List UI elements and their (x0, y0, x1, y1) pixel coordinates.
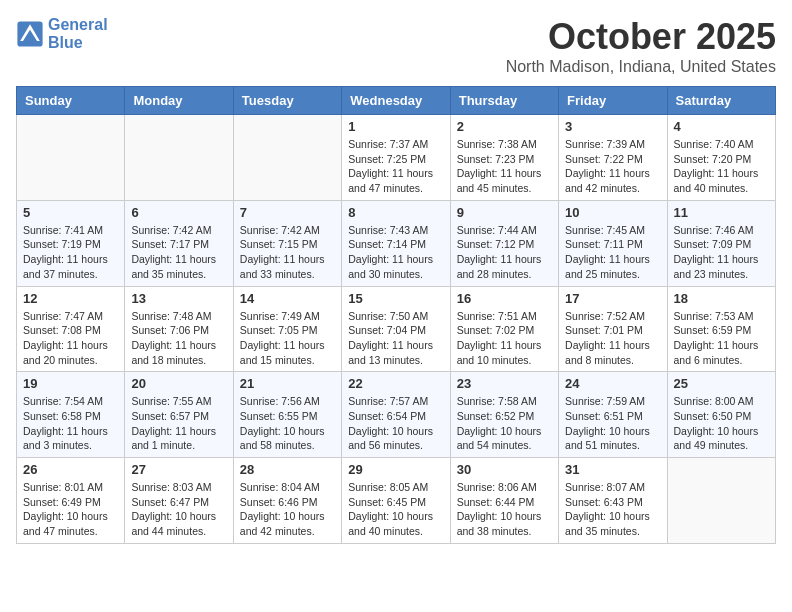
day-info: Sunrise: 7:40 AM Sunset: 7:20 PM Dayligh… (674, 137, 769, 196)
column-header-monday: Monday (125, 87, 233, 115)
day-cell: 2Sunrise: 7:38 AM Sunset: 7:23 PM Daylig… (450, 115, 558, 201)
day-cell (17, 115, 125, 201)
logo: General Blue (16, 16, 108, 52)
day-info: Sunrise: 7:51 AM Sunset: 7:02 PM Dayligh… (457, 309, 552, 368)
day-cell: 1Sunrise: 7:37 AM Sunset: 7:25 PM Daylig… (342, 115, 450, 201)
week-row-3: 12Sunrise: 7:47 AM Sunset: 7:08 PM Dayli… (17, 286, 776, 372)
day-number: 17 (565, 291, 660, 306)
day-number: 15 (348, 291, 443, 306)
day-number: 8 (348, 205, 443, 220)
day-number: 13 (131, 291, 226, 306)
day-number: 22 (348, 376, 443, 391)
day-info: Sunrise: 8:03 AM Sunset: 6:47 PM Dayligh… (131, 480, 226, 539)
week-row-1: 1Sunrise: 7:37 AM Sunset: 7:25 PM Daylig… (17, 115, 776, 201)
day-cell: 24Sunrise: 7:59 AM Sunset: 6:51 PM Dayli… (559, 372, 667, 458)
day-cell: 20Sunrise: 7:55 AM Sunset: 6:57 PM Dayli… (125, 372, 233, 458)
day-number: 2 (457, 119, 552, 134)
day-number: 4 (674, 119, 769, 134)
day-info: Sunrise: 7:48 AM Sunset: 7:06 PM Dayligh… (131, 309, 226, 368)
day-cell: 12Sunrise: 7:47 AM Sunset: 7:08 PM Dayli… (17, 286, 125, 372)
day-number: 24 (565, 376, 660, 391)
day-cell: 10Sunrise: 7:45 AM Sunset: 7:11 PM Dayli… (559, 200, 667, 286)
day-cell: 18Sunrise: 7:53 AM Sunset: 6:59 PM Dayli… (667, 286, 775, 372)
day-cell: 30Sunrise: 8:06 AM Sunset: 6:44 PM Dayli… (450, 458, 558, 544)
day-info: Sunrise: 7:50 AM Sunset: 7:04 PM Dayligh… (348, 309, 443, 368)
day-info: Sunrise: 7:57 AM Sunset: 6:54 PM Dayligh… (348, 394, 443, 453)
day-info: Sunrise: 8:04 AM Sunset: 6:46 PM Dayligh… (240, 480, 335, 539)
day-number: 14 (240, 291, 335, 306)
day-number: 27 (131, 462, 226, 477)
week-row-4: 19Sunrise: 7:54 AM Sunset: 6:58 PM Dayli… (17, 372, 776, 458)
day-cell: 31Sunrise: 8:07 AM Sunset: 6:43 PM Dayli… (559, 458, 667, 544)
day-number: 9 (457, 205, 552, 220)
day-cell (667, 458, 775, 544)
page-header: General Blue October 2025 North Madison,… (16, 16, 776, 76)
day-info: Sunrise: 7:42 AM Sunset: 7:17 PM Dayligh… (131, 223, 226, 282)
day-number: 16 (457, 291, 552, 306)
day-cell: 14Sunrise: 7:49 AM Sunset: 7:05 PM Dayli… (233, 286, 341, 372)
day-cell: 9Sunrise: 7:44 AM Sunset: 7:12 PM Daylig… (450, 200, 558, 286)
day-number: 7 (240, 205, 335, 220)
day-info: Sunrise: 7:43 AM Sunset: 7:14 PM Dayligh… (348, 223, 443, 282)
day-cell: 13Sunrise: 7:48 AM Sunset: 7:06 PM Dayli… (125, 286, 233, 372)
day-info: Sunrise: 7:42 AM Sunset: 7:15 PM Dayligh… (240, 223, 335, 282)
day-cell (233, 115, 341, 201)
day-number: 28 (240, 462, 335, 477)
logo-text: General Blue (48, 16, 108, 52)
day-info: Sunrise: 7:47 AM Sunset: 7:08 PM Dayligh… (23, 309, 118, 368)
day-cell: 16Sunrise: 7:51 AM Sunset: 7:02 PM Dayli… (450, 286, 558, 372)
title-block: October 2025 North Madison, Indiana, Uni… (506, 16, 776, 76)
day-info: Sunrise: 8:05 AM Sunset: 6:45 PM Dayligh… (348, 480, 443, 539)
calendar-table: SundayMondayTuesdayWednesdayThursdayFrid… (16, 86, 776, 544)
column-header-tuesday: Tuesday (233, 87, 341, 115)
column-header-thursday: Thursday (450, 87, 558, 115)
month-title: October 2025 (506, 16, 776, 58)
day-number: 29 (348, 462, 443, 477)
day-info: Sunrise: 7:52 AM Sunset: 7:01 PM Dayligh… (565, 309, 660, 368)
day-info: Sunrise: 7:46 AM Sunset: 7:09 PM Dayligh… (674, 223, 769, 282)
day-cell: 4Sunrise: 7:40 AM Sunset: 7:20 PM Daylig… (667, 115, 775, 201)
day-info: Sunrise: 7:55 AM Sunset: 6:57 PM Dayligh… (131, 394, 226, 453)
day-number: 5 (23, 205, 118, 220)
day-number: 30 (457, 462, 552, 477)
day-cell: 23Sunrise: 7:58 AM Sunset: 6:52 PM Dayli… (450, 372, 558, 458)
day-cell: 15Sunrise: 7:50 AM Sunset: 7:04 PM Dayli… (342, 286, 450, 372)
day-cell: 25Sunrise: 8:00 AM Sunset: 6:50 PM Dayli… (667, 372, 775, 458)
logo-icon (16, 20, 44, 48)
day-cell: 26Sunrise: 8:01 AM Sunset: 6:49 PM Dayli… (17, 458, 125, 544)
day-info: Sunrise: 7:41 AM Sunset: 7:19 PM Dayligh… (23, 223, 118, 282)
day-cell: 7Sunrise: 7:42 AM Sunset: 7:15 PM Daylig… (233, 200, 341, 286)
day-info: Sunrise: 7:45 AM Sunset: 7:11 PM Dayligh… (565, 223, 660, 282)
day-info: Sunrise: 7:37 AM Sunset: 7:25 PM Dayligh… (348, 137, 443, 196)
day-cell: 28Sunrise: 8:04 AM Sunset: 6:46 PM Dayli… (233, 458, 341, 544)
day-number: 18 (674, 291, 769, 306)
week-row-5: 26Sunrise: 8:01 AM Sunset: 6:49 PM Dayli… (17, 458, 776, 544)
location: North Madison, Indiana, United States (506, 58, 776, 76)
day-cell: 17Sunrise: 7:52 AM Sunset: 7:01 PM Dayli… (559, 286, 667, 372)
column-header-saturday: Saturday (667, 87, 775, 115)
day-cell: 6Sunrise: 7:42 AM Sunset: 7:17 PM Daylig… (125, 200, 233, 286)
day-number: 10 (565, 205, 660, 220)
day-number: 12 (23, 291, 118, 306)
day-cell: 21Sunrise: 7:56 AM Sunset: 6:55 PM Dayli… (233, 372, 341, 458)
day-info: Sunrise: 7:58 AM Sunset: 6:52 PM Dayligh… (457, 394, 552, 453)
day-number: 25 (674, 376, 769, 391)
day-info: Sunrise: 7:54 AM Sunset: 6:58 PM Dayligh… (23, 394, 118, 453)
column-header-wednesday: Wednesday (342, 87, 450, 115)
day-cell: 8Sunrise: 7:43 AM Sunset: 7:14 PM Daylig… (342, 200, 450, 286)
day-number: 23 (457, 376, 552, 391)
day-info: Sunrise: 8:01 AM Sunset: 6:49 PM Dayligh… (23, 480, 118, 539)
day-cell: 27Sunrise: 8:03 AM Sunset: 6:47 PM Dayli… (125, 458, 233, 544)
day-cell: 19Sunrise: 7:54 AM Sunset: 6:58 PM Dayli… (17, 372, 125, 458)
day-number: 1 (348, 119, 443, 134)
day-number: 31 (565, 462, 660, 477)
day-number: 6 (131, 205, 226, 220)
day-info: Sunrise: 7:49 AM Sunset: 7:05 PM Dayligh… (240, 309, 335, 368)
day-number: 20 (131, 376, 226, 391)
day-cell: 11Sunrise: 7:46 AM Sunset: 7:09 PM Dayli… (667, 200, 775, 286)
day-info: Sunrise: 7:53 AM Sunset: 6:59 PM Dayligh… (674, 309, 769, 368)
day-number: 21 (240, 376, 335, 391)
day-cell: 3Sunrise: 7:39 AM Sunset: 7:22 PM Daylig… (559, 115, 667, 201)
day-number: 19 (23, 376, 118, 391)
column-header-friday: Friday (559, 87, 667, 115)
